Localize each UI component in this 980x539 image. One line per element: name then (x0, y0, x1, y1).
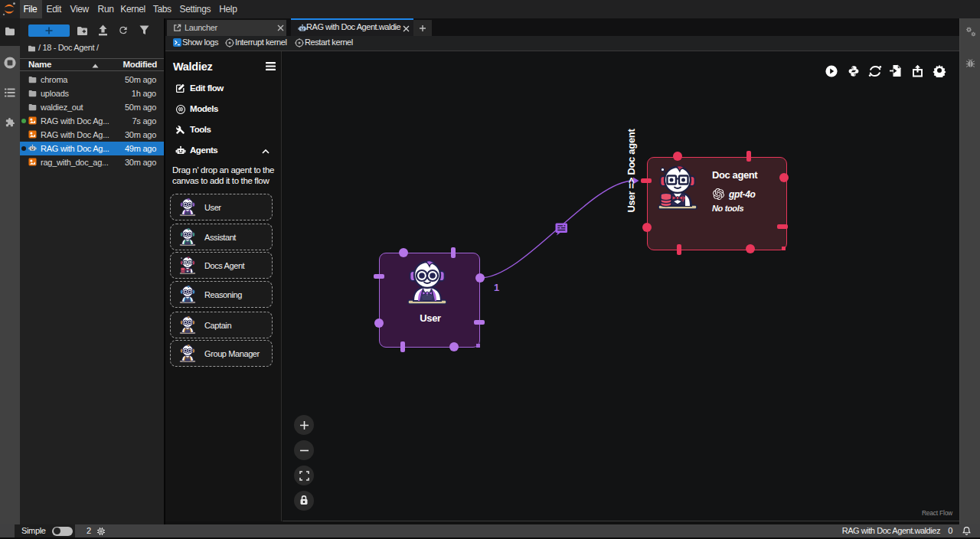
svg-text:1: 1 (494, 282, 499, 293)
